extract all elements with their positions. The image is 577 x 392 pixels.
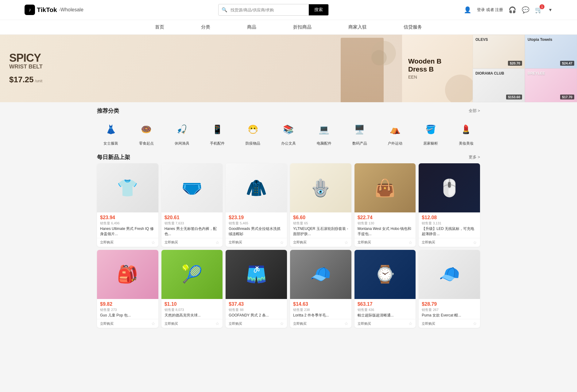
fav-icon-4[interactable]: ☆ [409,240,412,245]
product-image-3: 🪬 [290,163,351,212]
cat-icon-5: 📚 [279,119,298,139]
product-price-10: $63.17 [358,301,413,307]
nav-item-category[interactable]: 分类 [183,20,229,34]
cat-icon-9: 🪣 [421,119,440,139]
search-input[interactable] [230,5,309,15]
fav-icon-11[interactable]: ☆ [473,321,477,326]
fav-icon-1[interactable]: ☆ [215,240,219,245]
daily-new-header: 每日新品上架 更多 > [97,151,480,163]
product-name-3: YLTNEUQER 玉石滚轮刮痧套装 - 面部护肤... [293,226,348,237]
categories-more[interactable]: 全部 > [469,108,480,114]
product-sales-4: 销售量 130 [358,221,413,226]
buy-btn-11[interactable]: 立即购买 [422,321,435,326]
cat-icon-1: 🍩 [137,119,156,139]
buy-btn-2[interactable]: 立即购买 [229,240,242,245]
product-card-5[interactable]: 🖱️ $12.08 销售量 3,131 【升级】LED 无线鼠标，可充电超薄静音… [419,163,480,247]
product-image-11: 🧢 [419,250,480,299]
fav-icon-8[interactable]: ☆ [280,321,284,326]
nav-item-discount[interactable]: 折扣商品 [275,20,330,34]
daily-new-more[interactable]: 更多 > [469,154,480,160]
fav-icon-5[interactable]: ☆ [473,240,477,245]
buy-btn-3[interactable]: 立即购买 [293,240,307,245]
product-sales-11: 销售量 267 [422,308,477,312]
product-image-1: 🩲 [161,163,223,212]
cat-item-10[interactable]: 💄 美妆美妆 [452,119,480,146]
product-card-6[interactable]: 🎒 $9.82 销售量 273 Guo 儿童 Pop 包... 立即购买 ☆ [97,250,158,328]
buy-btn-1[interactable]: 立即购买 [165,240,178,245]
product-card-11[interactable]: 🧢 $28.79 销售量 267 Puma 女款 Evercat 帽... 立即… [419,250,480,328]
headphones-icon[interactable]: 🎧 [509,6,516,14]
banner-tag1: SPICY [9,52,43,64]
nav-item-merchant[interactable]: 商家入驻 [330,20,385,34]
message-icon[interactable]: 💬 [522,6,529,14]
banner-tile-olevs[interactable]: OLEVS $20.70 [473,35,525,68]
fav-icon-2[interactable]: ☆ [280,240,284,245]
product-price-8: $37.43 [229,301,284,307]
buy-btn-10[interactable]: 立即购买 [358,321,371,326]
product-price-11: $28.79 [422,301,477,307]
cat-item-1[interactable]: 🍩 零食起点 [133,119,160,146]
buy-btn-5[interactable]: 立即购买 [422,240,435,245]
nav-item-home[interactable]: 首页 [137,20,183,34]
cart-icon[interactable]: 🛒 1 [535,6,543,14]
cat-item-2[interactable]: 🎣 休闲渔具 [168,119,196,146]
product-card-8[interactable]: 🩳 $37.43 销售量 88 GOOFANDY 男式 2 条... 立即购买 … [226,250,287,328]
product-price-9: $14.63 [293,301,348,307]
cat-label-7: 数码产品 [352,141,367,146]
buy-btn-0[interactable]: 立即购买 [100,240,114,245]
product-card-0[interactable]: 👕 $23.94 销售量 6,496 Hanes Ultimate 男式 Fre… [97,163,158,247]
buy-btn-6[interactable]: 立即购买 [100,321,114,326]
nav-item-products[interactable]: 商品 [229,20,275,34]
cart-badge: 1 [540,4,544,9]
product-image-6: 🎒 [97,250,158,299]
product-name-8: GOOFANDY 男式 2 条... [229,313,284,318]
dropdown-icon[interactable]: ▼ [548,7,552,12]
product-sales-3: 销售量 65 [293,221,348,226]
product-card-10[interactable]: ⌚ $63.17 销售量 436 帕士超际版超清晰通... 立即购买 ☆ [354,250,416,328]
banner-tile-breylee[interactable]: BREYLEE $17.70 [525,68,577,102]
product-sales-10: 销售量 436 [358,308,413,312]
banner-main[interactable]: SPICY WRIST BELT $17.25 /unit [0,35,402,102]
cat-item-3[interactable]: 📱 手机配件 [203,119,231,146]
cat-label-0: 女士服装 [103,141,118,146]
banner-deco-circle2 [371,50,387,65]
tile-price-olevs: $20.70 [508,61,522,66]
fav-icon-6[interactable]: ☆ [151,321,155,326]
buy-btn-7[interactable]: 立即购买 [165,321,178,326]
fav-icon-9[interactable]: ☆ [344,321,348,326]
nav-item-credit[interactable]: 信贷服务 [385,20,440,34]
cat-item-7[interactable]: 🖥️ 数码产品 [346,119,374,146]
fav-icon-0[interactable]: ☆ [151,240,155,245]
search-button[interactable]: 搜索 [309,4,328,15]
fav-icon-10[interactable]: ☆ [409,321,412,326]
banner-center[interactable]: Wooden B Dress B EEN [402,35,473,102]
cat-label-10: 美妆美妆 [459,141,474,146]
wooden-title1: Wooden B [408,57,441,65]
cat-item-9[interactable]: 🪣 居家橱柜 [417,119,444,146]
buy-btn-4[interactable]: 立即购买 [358,240,371,245]
cat-icon-6: 💻 [314,119,334,139]
cat-item-0[interactable]: 👗 女士服装 [97,119,125,146]
buy-btn-9[interactable]: 立即购买 [293,321,307,326]
product-card-1[interactable]: 🩲 $20.61 销售量 7,633 Hanes 男士无标签白色内裤，配色...… [161,163,223,247]
cat-label-8: 户外运动 [388,141,402,146]
logo[interactable]: ♪ TikTok -Wholesale [25,5,83,15]
product-name-7: 天然的德高克劳夫球... [165,313,220,318]
cat-item-8[interactable]: ⛺ 户外运动 [381,119,409,146]
product-card-9[interactable]: 🧢 $14.63 销售量 238 Loritta 2 件冬季羊毛... 立即购买… [290,250,351,328]
product-card-7[interactable]: 🎾 $1.10 销售量 8,073 天然的德高克劳夫球... 立即购买 ☆ [161,250,223,328]
product-card-4[interactable]: 👜 $22.74 销售量 130 Montana West 女式 Hobo 钱包… [354,163,416,247]
cat-item-4[interactable]: 😷 防疫物品 [239,119,267,146]
banner-tile-diorama[interactable]: DIORAMA CLUB $153.60 [473,68,525,102]
fav-icon-3[interactable]: ☆ [344,240,348,245]
product-card-3[interactable]: 🪬 $6.60 销售量 65 YLTNEUQER 玉石滚轮刮痧套装 - 面部护肤… [290,163,351,247]
product-image-7: 🎾 [161,250,223,299]
login-text[interactable]: 登录 或者 注册 [477,7,503,13]
cat-item-6[interactable]: 💻 电脑配件 [310,119,338,146]
cat-item-5[interactable]: 📚 办公文具 [275,119,302,146]
buy-btn-8[interactable]: 立即购买 [229,321,242,326]
product-card-2[interactable]: 🧥 $23.19 销售量 5,465 Goodthreads 男式全拉链水洗抓绒… [226,163,287,247]
fav-icon-7[interactable]: ☆ [215,321,219,326]
product-sales-7: 销售量 8,073 [165,308,220,312]
banner-tile-utopia[interactable]: Utopia Towels $24.47 [525,35,577,68]
